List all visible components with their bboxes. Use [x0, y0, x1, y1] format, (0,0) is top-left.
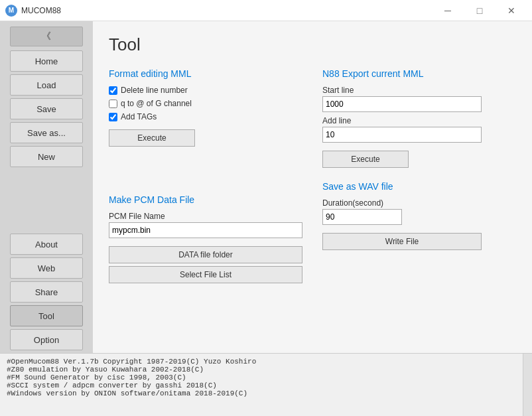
n88-section-title: N88 Export current MML [322, 68, 516, 79]
q-to-at-checkbox[interactable] [109, 100, 117, 108]
sidebar-item-tool[interactable]: Tool [10, 305, 83, 326]
format-section-title: Format editing MML [109, 68, 302, 79]
log-line-4: #SCCI system / adpcm converter by gasshi… [7, 381, 525, 389]
pcm-filename-input[interactable] [109, 222, 302, 238]
add-tags-group: Add TAGs [109, 112, 302, 121]
maximize-button[interactable]: □ [464, 0, 495, 21]
add-line-input[interactable] [322, 127, 482, 143]
sidebar-item-option[interactable]: Option [10, 329, 83, 350]
sidebar-item-about[interactable]: About [10, 234, 83, 255]
sidebar-item-save[interactable]: Save [10, 98, 83, 119]
close-button[interactable]: ✕ [496, 0, 527, 21]
log-line-2: #Z80 emulation by Yasuo Kuwahara 2002-20… [7, 366, 525, 374]
start-line-label: Start line [322, 86, 516, 95]
q-to-at-label[interactable]: q to @ of G channel [109, 99, 302, 108]
log-scrollbar[interactable] [523, 354, 532, 416]
sidebar-item-share[interactable]: Share [10, 281, 83, 303]
format-section: Format editing MML Delete line number q … [109, 68, 302, 168]
app-icon-letter: M [9, 7, 14, 14]
sidebar-collapse-button[interactable]: 《 [10, 27, 83, 46]
wav-section-title: Save as WAV file [322, 181, 516, 192]
pcm-section-title: Make PCM Data File [109, 194, 302, 205]
pcm-input-row [109, 222, 302, 238]
start-line-input[interactable] [322, 96, 482, 112]
write-file-button[interactable]: Write File [322, 233, 482, 250]
n88-execute-button[interactable]: Execute [322, 151, 409, 168]
duration-input[interactable] [322, 209, 402, 225]
pcm-section: Make PCM Data File PCM File Name DATA fi… [109, 194, 302, 283]
sidebar: 《 Home Load Save Save as... New About We… [0, 21, 93, 353]
add-line-group: Add line [322, 116, 516, 143]
sidebar-item-web[interactable]: Web [10, 257, 83, 279]
data-file-folder-button[interactable]: DATA file folder [109, 246, 302, 263]
log-line-1: #OpenMucom88 Ver.1.7b Copyright 1987-201… [7, 358, 525, 366]
add-tags-checkbox[interactable] [109, 113, 117, 121]
log-line-3: #FM Sound Generator by cisc 1998, 2003(C… [7, 374, 525, 381]
minimize-button[interactable]: ─ [432, 0, 463, 21]
start-line-group: Start line [322, 86, 516, 112]
sidebar-item-load[interactable]: Load [10, 74, 83, 96]
duration-label: Duration(second) [322, 198, 516, 208]
app-title: MUCOM88 [21, 6, 432, 15]
q-to-at-group: q to @ of G channel [109, 99, 302, 108]
page-title: Tool [109, 35, 516, 55]
duration-group: Duration(second) [322, 198, 516, 225]
delete-line-number-group: Delete line number [109, 86, 302, 95]
pcm-filename-group: PCM File Name [109, 212, 302, 238]
log-line-5: #Windows version by ONION software/onita… [7, 389, 525, 397]
sidebar-item-new[interactable]: New [10, 146, 83, 167]
format-execute-button[interactable]: Execute [109, 129, 195, 147]
window-controls: ─ □ ✕ [432, 0, 527, 21]
title-bar: M MUCOM88 ─ □ ✕ [0, 0, 532, 21]
tool-grid: Format editing MML Delete line number q … [109, 68, 516, 283]
n88-section: N88 Export current MML Start line Add li… [322, 68, 516, 168]
delete-line-number-checkbox[interactable] [109, 86, 117, 95]
add-tags-label[interactable]: Add TAGs [109, 112, 302, 121]
wav-section: Save as WAV file Duration(second) Write … [322, 181, 516, 283]
log-area: #OpenMucom88 Ver.1.7b Copyright 1987-201… [0, 353, 532, 416]
sidebar-item-home[interactable]: Home [10, 50, 83, 72]
add-line-label: Add line [322, 116, 516, 125]
select-file-list-button[interactable]: Select File List [109, 266, 302, 283]
content-area: Tool Format editing MML Delete line numb… [93, 21, 532, 353]
pcm-filename-label: PCM File Name [109, 212, 302, 221]
delete-line-number-label[interactable]: Delete line number [109, 86, 302, 95]
app-icon: M [5, 5, 17, 17]
main-container: 《 Home Load Save Save as... New About We… [0, 21, 532, 353]
sidebar-item-save-as[interactable]: Save as... [10, 122, 83, 143]
